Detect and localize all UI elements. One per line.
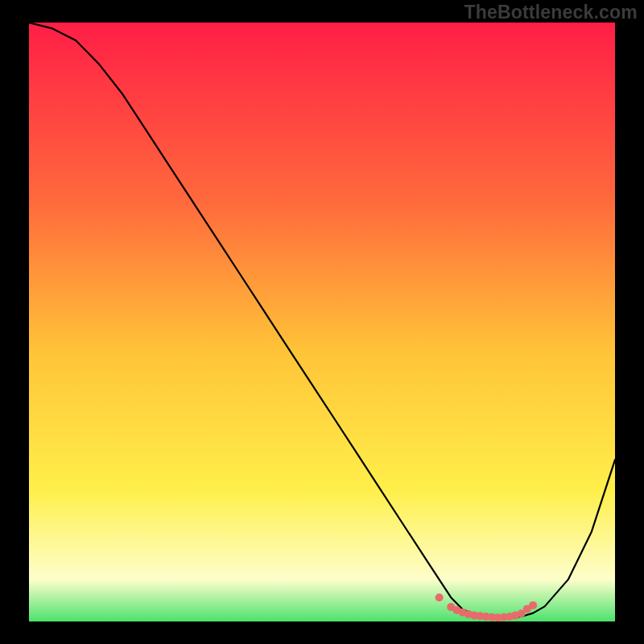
- min-marker: [436, 593, 444, 601]
- min-marker: [529, 601, 537, 609]
- plot-area: [29, 23, 615, 621]
- bottleneck-curve: [29, 23, 615, 618]
- watermark-label: TheBottleneck.com: [464, 2, 638, 23]
- curve-layer: [29, 23, 615, 621]
- chart-frame: TheBottleneck.com: [0, 0, 644, 644]
